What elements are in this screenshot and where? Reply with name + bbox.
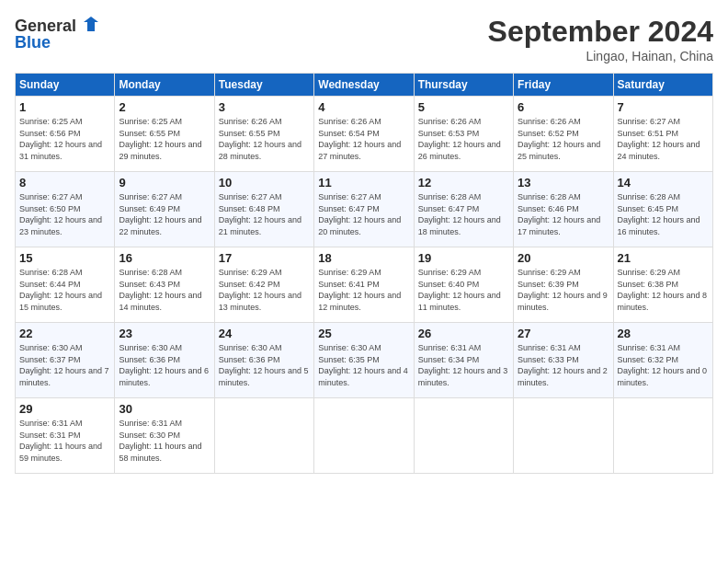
day-info: Sunrise: 6:31 AM Sunset: 6:34 PM Dayligh…	[418, 342, 509, 388]
day-number: 4	[318, 100, 409, 114]
table-row	[613, 398, 712, 474]
table-row: 14Sunrise: 6:28 AM Sunset: 6:45 PM Dayli…	[613, 172, 712, 247]
day-number: 9	[119, 176, 210, 190]
day-number: 27	[518, 327, 609, 340]
table-row: 28Sunrise: 6:31 AM Sunset: 6:32 PM Dayli…	[613, 323, 712, 398]
table-row: 8Sunrise: 6:27 AM Sunset: 6:50 PM Daylig…	[16, 172, 115, 247]
day-info: Sunrise: 6:30 AM Sunset: 6:36 PM Dayligh…	[119, 342, 210, 388]
table-row: 17Sunrise: 6:29 AM Sunset: 6:42 PM Dayli…	[214, 247, 313, 323]
table-row: 12Sunrise: 6:28 AM Sunset: 6:47 PM Dayli…	[414, 172, 513, 247]
table-row: 30Sunrise: 6:31 AM Sunset: 6:30 PM Dayli…	[115, 398, 214, 474]
logo-blue: Blue	[15, 33, 51, 52]
page-container: General Blue September 2024 Lingao, Hain…	[0, 0, 728, 563]
day-info: Sunrise: 6:25 AM Sunset: 6:55 PM Dayligh…	[119, 116, 210, 162]
day-number: 17	[219, 251, 310, 265]
day-number: 15	[19, 251, 110, 265]
col-sunday: Sunday	[16, 74, 115, 97]
header: General Blue September 2024 Lingao, Hain…	[15, 15, 713, 63]
day-info: Sunrise: 6:28 AM Sunset: 6:44 PM Dayligh…	[19, 267, 110, 313]
day-info: Sunrise: 6:31 AM Sunset: 6:33 PM Dayligh…	[518, 342, 609, 388]
table-row	[414, 398, 513, 474]
table-row: 18Sunrise: 6:29 AM Sunset: 6:41 PM Dayli…	[314, 247, 414, 323]
day-number: 20	[518, 251, 609, 265]
day-number: 10	[219, 176, 310, 190]
table-row: 4Sunrise: 6:26 AM Sunset: 6:54 PM Daylig…	[314, 97, 414, 172]
day-number: 24	[219, 327, 310, 340]
day-info: Sunrise: 6:27 AM Sunset: 6:48 PM Dayligh…	[219, 191, 310, 237]
day-info: Sunrise: 6:27 AM Sunset: 6:49 PM Dayligh…	[119, 191, 210, 237]
table-row: 26Sunrise: 6:31 AM Sunset: 6:34 PM Dayli…	[414, 323, 513, 398]
table-row: 2Sunrise: 6:25 AM Sunset: 6:55 PM Daylig…	[115, 97, 214, 172]
day-number: 21	[618, 251, 709, 265]
day-number: 1	[19, 100, 110, 114]
table-row	[214, 398, 313, 474]
day-number: 19	[418, 251, 509, 265]
day-info: Sunrise: 6:27 AM Sunset: 6:51 PM Dayligh…	[618, 116, 709, 162]
day-number: 13	[518, 176, 609, 190]
table-row: 22Sunrise: 6:30 AM Sunset: 6:37 PM Dayli…	[16, 323, 115, 398]
day-info: Sunrise: 6:29 AM Sunset: 6:38 PM Dayligh…	[618, 267, 709, 313]
subtitle: Lingao, Hainan, China	[488, 49, 713, 63]
day-info: Sunrise: 6:31 AM Sunset: 6:30 PM Dayligh…	[119, 418, 210, 464]
day-number: 14	[618, 176, 709, 190]
logo: General Blue	[15, 15, 102, 52]
col-friday: Friday	[514, 74, 613, 97]
day-number: 28	[618, 327, 709, 340]
col-monday: Monday	[115, 74, 214, 97]
day-info: Sunrise: 6:29 AM Sunset: 6:39 PM Dayligh…	[518, 267, 609, 313]
day-info: Sunrise: 6:28 AM Sunset: 6:47 PM Dayligh…	[418, 191, 509, 237]
table-row: 16Sunrise: 6:28 AM Sunset: 6:43 PM Dayli…	[115, 247, 214, 323]
table-row: 23Sunrise: 6:30 AM Sunset: 6:36 PM Dayli…	[115, 323, 214, 398]
day-number: 30	[119, 402, 210, 416]
month-title: September 2024	[488, 15, 713, 49]
day-number: 12	[418, 176, 509, 190]
table-row: 6Sunrise: 6:26 AM Sunset: 6:52 PM Daylig…	[514, 97, 613, 172]
table-row: 5Sunrise: 6:26 AM Sunset: 6:53 PM Daylig…	[414, 97, 513, 172]
day-number: 7	[618, 100, 709, 114]
calendar-week-row: 22Sunrise: 6:30 AM Sunset: 6:37 PM Dayli…	[16, 323, 713, 398]
day-info: Sunrise: 6:30 AM Sunset: 6:37 PM Dayligh…	[19, 342, 110, 388]
calendar-week-row: 1Sunrise: 6:25 AM Sunset: 6:56 PM Daylig…	[16, 97, 713, 172]
day-number: 23	[119, 327, 210, 340]
day-number: 6	[518, 100, 609, 114]
title-section: September 2024 Lingao, Hainan, China	[488, 15, 713, 63]
calendar-week-row: 8Sunrise: 6:27 AM Sunset: 6:50 PM Daylig…	[16, 172, 713, 247]
table-row: 27Sunrise: 6:31 AM Sunset: 6:33 PM Dayli…	[514, 323, 613, 398]
table-row: 1Sunrise: 6:25 AM Sunset: 6:56 PM Daylig…	[16, 97, 115, 172]
day-info: Sunrise: 6:26 AM Sunset: 6:52 PM Dayligh…	[518, 116, 609, 162]
day-number: 16	[119, 251, 210, 265]
day-info: Sunrise: 6:25 AM Sunset: 6:56 PM Dayligh…	[19, 116, 110, 162]
day-number: 26	[418, 327, 509, 340]
day-number: 3	[219, 100, 310, 114]
col-tuesday: Tuesday	[214, 74, 313, 97]
col-wednesday: Wednesday	[314, 74, 414, 97]
table-row: 25Sunrise: 6:30 AM Sunset: 6:35 PM Dayli…	[314, 323, 414, 398]
calendar-table: Sunday Monday Tuesday Wednesday Thursday…	[15, 73, 713, 474]
table-row: 21Sunrise: 6:29 AM Sunset: 6:38 PM Dayli…	[613, 247, 712, 323]
day-info: Sunrise: 6:30 AM Sunset: 6:35 PM Dayligh…	[318, 342, 409, 388]
calendar-week-row: 15Sunrise: 6:28 AM Sunset: 6:44 PM Dayli…	[16, 247, 713, 323]
table-row: 19Sunrise: 6:29 AM Sunset: 6:40 PM Dayli…	[414, 247, 513, 323]
day-info: Sunrise: 6:28 AM Sunset: 6:43 PM Dayligh…	[119, 267, 210, 313]
day-info: Sunrise: 6:30 AM Sunset: 6:36 PM Dayligh…	[219, 342, 310, 388]
day-number: 29	[19, 402, 110, 416]
day-info: Sunrise: 6:28 AM Sunset: 6:46 PM Dayligh…	[518, 191, 609, 237]
table-row: 11Sunrise: 6:27 AM Sunset: 6:47 PM Dayli…	[314, 172, 414, 247]
table-row: 10Sunrise: 6:27 AM Sunset: 6:48 PM Dayli…	[214, 172, 313, 247]
day-number: 22	[19, 327, 110, 340]
col-thursday: Thursday	[414, 74, 513, 97]
day-number: 25	[318, 327, 409, 340]
calendar-week-row: 29Sunrise: 6:31 AM Sunset: 6:31 PM Dayli…	[16, 398, 713, 474]
day-info: Sunrise: 6:28 AM Sunset: 6:45 PM Dayligh…	[618, 191, 709, 237]
day-info: Sunrise: 6:26 AM Sunset: 6:54 PM Dayligh…	[318, 116, 409, 162]
day-info: Sunrise: 6:27 AM Sunset: 6:50 PM Dayligh…	[19, 191, 110, 237]
table-row: 7Sunrise: 6:27 AM Sunset: 6:51 PM Daylig…	[613, 97, 712, 172]
table-row	[314, 398, 414, 474]
table-row: 20Sunrise: 6:29 AM Sunset: 6:39 PM Dayli…	[514, 247, 613, 323]
logo-icon	[80, 15, 102, 37]
day-number: 8	[19, 176, 110, 190]
table-row: 9Sunrise: 6:27 AM Sunset: 6:49 PM Daylig…	[115, 172, 214, 247]
day-number: 5	[418, 100, 509, 114]
day-number: 11	[318, 176, 409, 190]
table-row: 24Sunrise: 6:30 AM Sunset: 6:36 PM Dayli…	[214, 323, 313, 398]
